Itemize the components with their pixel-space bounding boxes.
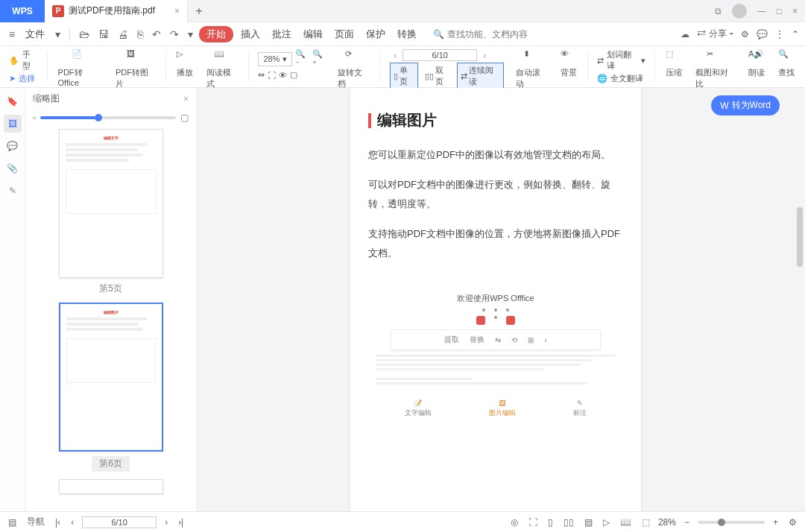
nav-button[interactable]: 导航: [25, 516, 47, 528]
minimize-icon[interactable]: —: [757, 6, 766, 16]
chevron-down-icon[interactable]: ▾: [52, 27, 63, 42]
pdf-to-image-button[interactable]: 🖼 PDF转图片: [111, 49, 160, 89]
rotate-icon: ⟳: [345, 49, 362, 66]
search-input[interactable]: [447, 29, 544, 39]
search-box[interactable]: 🔍: [433, 29, 544, 39]
hamburger-icon[interactable]: ≡: [6, 27, 18, 42]
prev-page-button[interactable]: ‹: [390, 51, 402, 60]
settings-icon[interactable]: ⚙: [786, 517, 799, 528]
new-tab-button[interactable]: +: [188, 4, 210, 18]
book-icon[interactable]: 📖: [618, 517, 634, 528]
zoom-out-icon[interactable]: 🔍⁻: [295, 49, 309, 69]
comments-icon[interactable]: 💬: [4, 137, 22, 155]
share-button[interactable]: ⮂ 分享 ▾: [697, 28, 733, 40]
eye-icon[interactable]: 👁: [279, 71, 287, 80]
word-translate[interactable]: 划词翻译: [607, 49, 638, 72]
menu-convert[interactable]: 转换: [393, 25, 421, 43]
crop-icon[interactable]: ⛶: [268, 71, 276, 80]
double-view-icon[interactable]: ▯▯: [561, 517, 576, 528]
rotate-button[interactable]: ⟳ 旋转文档: [333, 49, 373, 89]
outline-icon[interactable]: ▤: [6, 517, 19, 528]
page-indicator[interactable]: 6/10: [402, 49, 477, 61]
attachment-icon[interactable]: 📎: [4, 159, 22, 177]
bookmark-icon[interactable]: 🔖: [4, 92, 22, 110]
single-view-icon[interactable]: ▯: [546, 517, 555, 528]
thumbnail-page-5[interactable]: 编辑文字 第5页: [48, 129, 174, 295]
hand-tool[interactable]: 手型: [22, 49, 38, 72]
full-translate[interactable]: 全文翻译: [610, 73, 643, 84]
convert-to-word-button[interactable]: W 转为Word: [711, 95, 780, 115]
paragraph: 支持拖动PDF文档中图像的位置，方便地将新图像插入PDF文档。: [368, 224, 623, 263]
comment-icon[interactable]: 💬: [757, 29, 768, 39]
panel-title: 缩略图: [33, 92, 60, 105]
next-page-icon[interactable]: ›: [162, 517, 170, 528]
redo-icon[interactable]: ↷: [167, 27, 182, 42]
close-tab-icon[interactable]: ×: [174, 6, 180, 16]
play-icon: ▷: [177, 49, 193, 66]
small-thumb-icon: ▫: [33, 113, 36, 123]
auto-scroll-button[interactable]: ⬍ 自动滚动: [511, 49, 552, 89]
zoom-slider[interactable]: [698, 521, 765, 524]
zoom-out-button[interactable]: −: [682, 517, 692, 528]
play-icon[interactable]: ▷: [601, 517, 612, 528]
thumbnail-icon[interactable]: 🖼: [4, 115, 22, 133]
fit-width-icon[interactable]: ⇔: [258, 70, 265, 80]
workspace-icon[interactable]: ⧉: [715, 6, 722, 16]
menu-start[interactable]: 开始: [199, 26, 233, 42]
screenshot-button[interactable]: ✂ 截图和对比: [691, 49, 739, 89]
page-input[interactable]: 6/10: [82, 516, 157, 528]
edit-icon[interactable]: ✎: [4, 182, 22, 200]
zoom-in-icon[interactable]: 🔍⁺: [312, 49, 326, 69]
menu-comment[interactable]: 批注: [268, 25, 296, 43]
fit-icon[interactable]: ⬚: [640, 517, 652, 528]
next-page-button[interactable]: ›: [479, 51, 490, 60]
user-avatar[interactable]: [732, 4, 747, 19]
undo-icon[interactable]: ↶: [149, 27, 164, 42]
zoom-in-button[interactable]: +: [771, 517, 780, 528]
thumbnail-page-7[interactable]: [48, 479, 174, 494]
thumbnail-size-slider[interactable]: ▫ ▢: [25, 110, 196, 126]
continuous-view-icon[interactable]: ▤: [582, 517, 595, 528]
vertical-scrollbar[interactable]: [795, 88, 805, 511]
menu-insert[interactable]: 插入: [236, 25, 265, 43]
more-icon[interactable]: ⋮: [775, 29, 784, 39]
document-tab[interactable]: P 测试PDF使用指南.pdf ×: [45, 0, 188, 22]
continuous-button[interactable]: ⇄连续阅读: [457, 63, 503, 89]
zoom-select[interactable]: 28%▾: [258, 52, 292, 66]
collapse-ribbon-icon[interactable]: ⌃: [792, 29, 799, 39]
menu-file[interactable]: 文件: [21, 25, 49, 43]
read-mode-button[interactable]: 📖 阅读模式: [202, 49, 242, 89]
menu-protect[interactable]: 保护: [362, 25, 390, 43]
close-panel-icon[interactable]: ×: [183, 94, 189, 104]
background-button[interactable]: 👁 背景: [556, 49, 581, 78]
compress-button[interactable]: ⬚ 压缩: [661, 49, 686, 78]
chevron-down-icon[interactable]: ▾: [185, 27, 196, 42]
pdf-to-office-button[interactable]: 📄 PDF转Office: [54, 49, 107, 87]
last-page-icon[interactable]: ›|: [176, 517, 186, 528]
maximize-icon[interactable]: □: [777, 6, 782, 16]
print-icon[interactable]: 🖨: [115, 27, 131, 42]
double-page-button[interactable]: ▯▯双页: [421, 63, 454, 89]
close-window-icon[interactable]: ×: [792, 6, 798, 16]
select-tool[interactable]: 选择: [19, 73, 35, 84]
single-page-button[interactable]: ▯单页: [390, 63, 419, 89]
play-button[interactable]: ▷ 播放: [172, 49, 198, 78]
scrollbar-thumb[interactable]: [797, 207, 803, 267]
find-button[interactable]: 🔍 查找: [774, 49, 799, 78]
pdf-file-icon: P: [52, 5, 64, 17]
thumbnail-page-6[interactable]: 编辑图片 第6页: [48, 303, 174, 472]
fullscreen-icon[interactable]: ⛶: [526, 517, 540, 528]
first-page-icon[interactable]: |‹: [53, 517, 63, 528]
open-icon[interactable]: 🗁: [76, 27, 92, 42]
circle-view-icon[interactable]: ◎: [508, 517, 520, 528]
gear-icon[interactable]: ⚙: [741, 29, 749, 39]
square-icon[interactable]: ▢: [290, 70, 297, 80]
copy-icon[interactable]: ⎘: [134, 27, 146, 42]
menu-page[interactable]: 页面: [330, 25, 359, 43]
menu-edit[interactable]: 编辑: [299, 25, 327, 43]
cloud-icon[interactable]: ☁: [681, 29, 689, 39]
document-viewport[interactable]: 编辑图片 您可以重新定位PDF中的图像以有效地管理文档的布局。 可以对PDF文档…: [197, 88, 795, 511]
save-icon[interactable]: 🖫: [95, 27, 112, 42]
prev-page-icon[interactable]: ‹: [69, 517, 76, 528]
read-aloud-button[interactable]: A🔊 朗读: [744, 49, 769, 78]
